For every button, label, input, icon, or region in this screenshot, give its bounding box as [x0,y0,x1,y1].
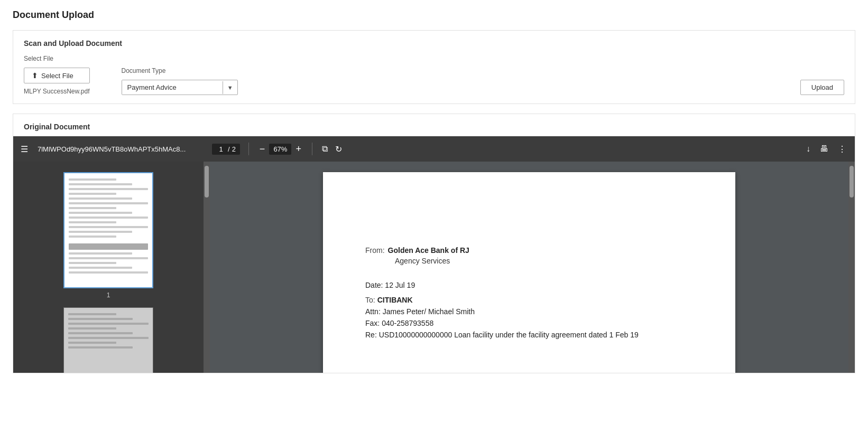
thumb-line [69,236,116,238]
toolbar-separator-2 [312,143,312,155]
thumb-line [69,202,148,204]
more-options-button[interactable]: ⋮ [837,143,847,155]
thumb-line [69,178,116,181]
attn-value: James Peter/ Michael Smith [383,307,475,316]
pdf-re-line: Re: USD10000000000000 Loan facility unde… [365,331,693,339]
pdf-page: From: Golden Ace Bank of RJ Agency Servi… [323,172,735,373]
select-file-btn-label: Select File [41,72,73,80]
dropdown-arrow-icon[interactable]: ▼ [223,81,237,94]
thumb-line [69,188,148,190]
download-button[interactable]: ↓ [805,143,811,155]
thumbnail-image-2 [63,307,153,373]
pdf-attn-line: Attn: James Peter/ Michael Smith [365,307,693,316]
page-title: Document Upload [13,10,855,21]
thumb-line [69,262,116,264]
select-file-button[interactable]: ⬆ Select File [24,68,90,83]
pdf-date-line: Date: 12 Jul 19 [365,281,693,289]
fax-value: 040-258793558 [382,319,433,327]
from-bank: Golden Ace Bank of RJ [388,246,469,255]
toolbar-separator-1 [248,143,249,155]
fit-page-icon: ⧉ [322,144,328,153]
pdf-fax-line: Fax: 040-258793558 [365,319,693,327]
thumb-line [69,252,132,255]
thumb-line [69,183,132,185]
from-dept: Agency Services [395,257,693,265]
document-type-label: Document Type [122,67,238,74]
print-icon: 🖶 [820,144,828,153]
pdf-main-content[interactable]: From: Golden Ace Bank of RJ Agency Servi… [210,162,848,373]
to-value: CITIBANK [377,296,413,304]
thumb-line [68,332,133,334]
thumb-line [69,193,116,195]
page-indicator: / 2 [212,144,240,155]
page-container: Document Upload Scan and Upload Document… [0,0,868,433]
thumb-line [69,243,148,250]
thumb-line [69,231,132,233]
more-options-icon: ⋮ [838,145,846,154]
upload-row: Select File ⬆ Select File MLPY SuccessNe… [24,55,844,95]
thumb-line [68,346,133,349]
upload-button[interactable]: Upload [800,80,844,95]
thumb-lines-2 [64,308,153,354]
pdf-from-line: From: Golden Ace Bank of RJ [365,246,693,255]
thumbnail-item-1[interactable]: 1 [63,172,153,299]
from-label: From: [365,246,385,255]
thumb-lines-1 [64,173,152,279]
original-doc-section: Original Document ☰ 7lMlWPOd9hyy96WN5vTB… [13,114,855,373]
main-content-scrollbar[interactable] [848,162,855,373]
thumbnail-page-num-1: 1 [107,291,110,299]
thumb-line [69,207,116,209]
zoom-value: 67% [269,144,291,155]
zoom-section: − 67% + [257,143,303,155]
menu-icon[interactable]: ☰ [21,144,28,154]
current-page-input[interactable] [216,145,226,153]
to-label: To: [365,296,375,304]
scan-section-title: Scan and Upload Document [24,39,844,48]
pdf-toolbar: ☰ 7lMlWPOd9hyy96WN5vTB8oWhAPTx5hMAc8... … [13,136,855,162]
rotate-icon: ↻ [335,145,342,154]
download-icon: ↓ [806,144,810,153]
page-separator: / [228,145,230,153]
pdf-body: 1 [13,162,855,373]
filename-text: MLPY SuccessNew.pdf [24,88,90,95]
thumb-line [69,221,116,223]
thumb-line [68,337,149,339]
thumb-line [69,257,148,259]
select-file-col: Select File ⬆ Select File MLPY SuccessNe… [24,55,90,95]
thumbnail-scrollbar-thumb [205,166,209,197]
upload-btn-col: Upload [800,70,844,95]
thumb-line [69,267,132,269]
document-type-col: Document Type ▼ [122,67,238,95]
thumb-line [68,313,116,315]
thumbnail-image-1 [63,172,153,288]
rotate-button[interactable]: ↻ [334,143,343,155]
attn-label: Attn: [365,307,381,316]
thumb-line [69,271,148,274]
date-value: 12 Jul 19 [385,281,415,289]
re-value: USD10000000000000 Loan facility under th… [379,331,639,339]
zoom-out-button[interactable]: − [257,143,267,155]
pdf-from-section: From: Golden Ace Bank of RJ Agency Servi… [365,246,693,265]
upload-section: Scan and Upload Document Select File ⬆ S… [13,30,855,104]
date-label: Date: [365,281,383,289]
fax-label: Fax: [365,319,380,327]
pdf-to-line: To: CITIBANK [365,296,693,304]
thumb-line [69,197,132,200]
main-content-scrollbar-thumb [849,166,854,197]
pdf-filename: 7lMlWPOd9hyy96WN5vTB8oWhAPTx5hMAc8... [38,145,207,153]
thumb-line [69,226,148,228]
select-file-label: Select File [24,55,90,62]
thumb-line [69,212,132,214]
thumbnail-scrollbar[interactable] [204,162,210,373]
thumb-line [68,327,116,330]
thumbnail-item-2[interactable] [63,307,153,373]
document-type-input[interactable] [122,80,223,95]
upload-icon: ⬆ [32,71,38,80]
original-doc-title: Original Document [13,114,855,136]
pdf-thumbnails-panel[interactable]: 1 [13,162,204,373]
thumb-line [69,216,148,219]
zoom-in-button[interactable]: + [293,143,303,155]
fit-page-button[interactable]: ⧉ [321,143,329,155]
print-button[interactable]: 🖶 [819,143,829,155]
document-type-wrapper: ▼ [122,80,238,95]
